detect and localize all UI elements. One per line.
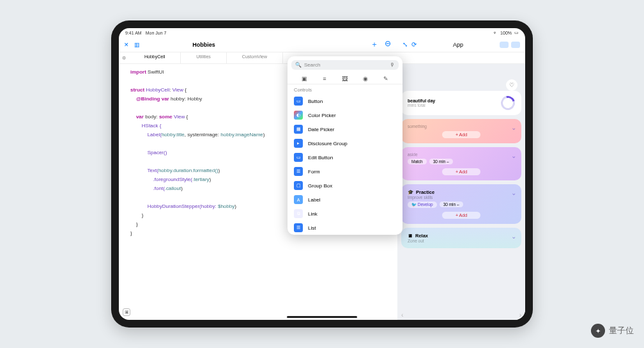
project-title: Hobbies xyxy=(119,42,289,48)
summary-title: beautiful day xyxy=(408,99,435,103)
forward-icon[interactable]: › xyxy=(519,312,521,319)
preview-settings-icon[interactable] xyxy=(511,42,520,48)
app-title: App xyxy=(453,42,463,48)
chevron-down-icon[interactable]: ⌄ xyxy=(511,189,516,196)
ipad-frame: 9:41 AM Mon Jun 7 ᯤ 100% ▭ ✕ ▥ Hobbies ＋… xyxy=(111,20,533,328)
search-icon: 🔍 xyxy=(295,62,302,68)
run-icon[interactable]: ⤡ xyxy=(402,41,408,48)
library-tab-views[interactable]: ▣ xyxy=(302,75,307,82)
library-item[interactable]: ⧉Link xyxy=(288,207,402,221)
tab-hobbycell[interactable]: HobbyCell xyxy=(129,52,181,63)
progress-ring xyxy=(498,93,518,113)
library-tab-media[interactable]: 🖼 xyxy=(342,75,348,82)
add-icon[interactable]: ＋ xyxy=(371,39,378,50)
search-input[interactable]: 🔍 Search 🎙 xyxy=(291,60,399,70)
remove-icon[interactable]: ⊖ xyxy=(385,39,391,50)
app-preview: ♡ beautiful day mins total ⌄ something +… xyxy=(397,64,525,320)
mic-icon[interactable]: 🎙 xyxy=(390,62,395,68)
add-button[interactable]: + Add xyxy=(442,131,480,138)
chevron-down-icon[interactable]: ⌄ xyxy=(511,152,516,159)
back-icon[interactable]: ‹ xyxy=(401,312,403,319)
statusbar: 9:41 AM Mon Jun 7 ᯤ 100% ▭ xyxy=(119,28,525,37)
library-item[interactable]: ☰Form xyxy=(288,164,402,178)
hobby-card[interactable]: ⌄ 🖥 Relax Zone out xyxy=(401,228,521,248)
home-indicator[interactable] xyxy=(287,316,357,318)
status-date: Mon Jun 7 xyxy=(146,31,167,35)
library-item[interactable]: ▭Button xyxy=(288,94,402,108)
gear-icon[interactable]: ⚙ xyxy=(119,52,129,63)
tab-customview[interactable]: CustomView xyxy=(227,52,283,63)
hobby-card[interactable]: ⌄ 🎓 Practice Improve skills 🐦 Develop30 … xyxy=(401,184,521,224)
chevron-down-icon[interactable]: ⌄ xyxy=(511,233,516,240)
library-item[interactable]: ▢Group Box xyxy=(288,178,402,193)
add-button[interactable]: + Add xyxy=(442,212,480,219)
status-battery: 100% xyxy=(500,31,512,35)
status-time: 9:41 AM xyxy=(125,31,142,35)
editor-status-icon[interactable]: ▣ xyxy=(123,308,130,316)
library-tab-colors[interactable]: ◉ xyxy=(363,75,368,82)
library-popover: 🔍 Search 🎙 ▣ ≡ 🖼 ◉ ✎ Controls ▭Button ◐C… xyxy=(288,56,402,235)
summary-card: beautiful day mins total xyxy=(401,91,521,115)
hobby-card[interactable]: ⌄ aside Match30 min – + Add xyxy=(401,147,521,180)
library-item[interactable]: ▦Date Picker xyxy=(288,122,402,136)
library-item[interactable]: ▸Disclosure Group xyxy=(288,136,402,150)
library-item[interactable]: ▭Edit Button xyxy=(288,150,402,164)
add-button[interactable]: + Add xyxy=(442,168,480,175)
library-item[interactable]: ◐Color Picker xyxy=(288,108,402,122)
battery-icon: ▭ xyxy=(514,30,519,35)
refresh-icon[interactable]: ⟳ xyxy=(411,41,417,48)
ipad-screen: 9:41 AM Mon Jun 7 ᯤ 100% ▭ ✕ ▥ Hobbies ＋… xyxy=(119,28,525,320)
watermark: ✦ 量子位 xyxy=(591,324,634,338)
heart-icon[interactable]: ♡ xyxy=(506,79,518,91)
library-tab-snippets[interactable]: ✎ xyxy=(383,75,388,82)
library-item[interactable]: ALabel xyxy=(288,193,402,207)
hobby-card[interactable]: ⌄ something + Add xyxy=(401,119,521,143)
summary-sub: mins total xyxy=(408,103,435,107)
preview-layout-icon[interactable] xyxy=(500,42,509,48)
tab-utilities[interactable]: Utilities xyxy=(181,52,227,63)
library-item[interactable]: ☰List xyxy=(288,221,402,235)
wechat-icon: ✦ xyxy=(591,324,605,338)
topbar: ✕ ▥ Hobbies ＋ ⊖ ⤡ ⟳ App xyxy=(119,37,525,52)
chevron-down-icon[interactable]: ⌄ xyxy=(511,124,516,131)
library-tab-modifiers[interactable]: ≡ xyxy=(323,75,326,82)
wifi-icon: ᯤ xyxy=(493,31,498,35)
library-section-header: Controls xyxy=(288,84,402,94)
